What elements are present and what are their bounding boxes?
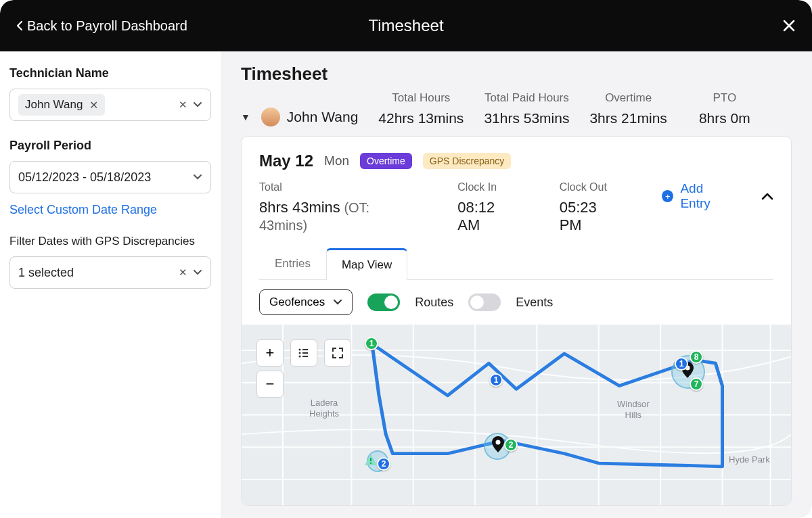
- routes-toggle[interactable]: [367, 293, 400, 311]
- day-clock-out: Clock Out 05:23 PM: [560, 181, 622, 234]
- marker-1b-blue[interactable]: 1: [675, 357, 688, 371]
- route-path: [372, 344, 723, 467]
- clear-icon[interactable]: ✕: [179, 266, 187, 279]
- stat-label: Overtime: [605, 91, 652, 105]
- filters-sidebar: Technician Name John Wang ✕ ✕ Payroll Pe…: [0, 51, 221, 518]
- back-button[interactable]: Back to Payroll Dashboard: [16, 18, 187, 34]
- summary-row: ▼ John Wang Total Hours 42hrs 13mins Tot…: [241, 91, 792, 126]
- close-icon: [782, 19, 796, 32]
- technician-name: John Wang: [287, 109, 358, 125]
- marker-2-blue[interactable]: 2: [377, 457, 390, 471]
- clock-in-label: Clock In: [457, 181, 518, 193]
- map-label-hyde: Hyde Park: [729, 454, 770, 465]
- stat-label: Total Paid Hours: [484, 91, 569, 105]
- day-total-label: Total: [259, 181, 417, 193]
- payroll-period-label: Payroll Period: [9, 139, 211, 153]
- add-entry-button[interactable]: + Add Entry: [662, 181, 773, 211]
- map-controls: + −: [256, 339, 351, 398]
- stat-pto: PTO 8hrs 0m: [687, 91, 762, 126]
- avatar: [261, 108, 280, 126]
- marker-8-green[interactable]: 8: [690, 350, 703, 364]
- technician-chip: John Wang ✕: [18, 94, 105, 116]
- plus-circle-icon: +: [662, 190, 673, 202]
- close-button[interactable]: [782, 19, 796, 32]
- main-title: Timesheet: [241, 64, 792, 85]
- chip-remove-icon[interactable]: ✕: [89, 99, 98, 112]
- day-date: May 12: [259, 151, 313, 170]
- stat-value: 3hrs 21mins: [589, 110, 667, 126]
- svg-point-0: [299, 349, 301, 351]
- warning-icon: [365, 454, 377, 465]
- gps-filter-label: Filter Dates with GPS Discrepancies: [9, 235, 211, 248]
- technician-summary[interactable]: ▼ John Wang: [241, 108, 358, 126]
- svg-point-7: [496, 440, 501, 445]
- day-clock-in: Clock In 08:12 AM: [457, 181, 518, 234]
- stat-label: Total Hours: [392, 91, 450, 105]
- chevron-up-icon: [761, 192, 773, 200]
- svg-rect-9: [370, 463, 371, 464]
- stat-value: 42hrs 13mins: [378, 110, 464, 126]
- day-tabs: Entries Map View: [259, 248, 773, 280]
- day-total: Total 8hrs 43mins (OT: 43mins): [259, 181, 417, 234]
- clock-out-value: 05:23 PM: [560, 199, 622, 234]
- geofences-label: Geofences: [269, 296, 325, 309]
- svg-rect-1: [302, 349, 308, 350]
- expand-icon: [331, 346, 344, 360]
- map-toolbar: Geofences Routes Events: [242, 280, 791, 325]
- back-label: Back to Payroll Dashboard: [27, 18, 187, 34]
- pin-icon: [492, 436, 504, 452]
- chevron-down-icon: [333, 299, 342, 306]
- gps-discrepancy-badge: GPS Discrepancy: [423, 153, 511, 169]
- stat-total-hours: Total Hours 42hrs 13mins: [378, 91, 464, 126]
- chevron-left-icon: [16, 20, 23, 31]
- clock-out-label: Clock Out: [560, 181, 622, 193]
- svg-rect-8: [370, 458, 371, 461]
- main-content: Timesheet ▼ John Wang Total Hours 42hrs …: [221, 51, 812, 518]
- payroll-period-value: 05/12/2023 - 05/18/2023: [18, 170, 151, 185]
- marker-2-green[interactable]: 2: [504, 438, 518, 452]
- collapse-button[interactable]: [761, 192, 773, 200]
- map-view[interactable]: Ladera Heights Windsor Hills Hyde Park +…: [242, 325, 791, 505]
- stat-overtime: Overtime 3hrs 21mins: [589, 91, 667, 126]
- caret-down-icon[interactable]: ▼: [241, 112, 250, 122]
- stat-label: PTO: [713, 91, 737, 105]
- technician-chip-label: John Wang: [25, 98, 83, 112]
- marker-7-green[interactable]: 7: [690, 377, 703, 391]
- chevron-down-icon[interactable]: [193, 101, 202, 108]
- legend-button[interactable]: [290, 339, 317, 367]
- chevron-down-icon[interactable]: [193, 269, 202, 276]
- svg-rect-3: [302, 352, 308, 354]
- fullscreen-button[interactable]: [324, 339, 351, 367]
- stat-paid-hours: Total Paid Hours 31hrs 53mins: [484, 91, 569, 126]
- routes-label: Routes: [415, 296, 453, 310]
- list-icon: [297, 346, 311, 360]
- day-of-week: Mon: [324, 154, 349, 168]
- svg-rect-5: [302, 356, 308, 357]
- chevron-down-icon[interactable]: [193, 174, 202, 181]
- stat-value: 31hrs 53mins: [484, 110, 569, 126]
- technician-name-label: Technician Name: [9, 66, 211, 80]
- svg-point-2: [299, 352, 301, 354]
- geofences-dropdown[interactable]: Geofences: [259, 289, 353, 315]
- events-toggle[interactable]: [468, 293, 501, 311]
- zoom-in-button[interactable]: +: [256, 339, 284, 367]
- zoom-out-button[interactable]: −: [256, 371, 284, 398]
- page-title: Timesheet: [368, 16, 443, 35]
- clock-in-value: 08:12 AM: [457, 199, 518, 234]
- app-header: Back to Payroll Dashboard Timesheet: [0, 0, 812, 51]
- events-label: Events: [516, 296, 553, 310]
- tab-entries[interactable]: Entries: [259, 248, 326, 280]
- custom-date-range-link[interactable]: Select Custom Date Range: [9, 203, 157, 216]
- marker-1-green[interactable]: 1: [365, 337, 378, 350]
- payroll-period-select[interactable]: 05/12/2023 - 05/18/2023: [9, 161, 211, 193]
- clear-icon[interactable]: ✕: [179, 99, 187, 111]
- svg-point-4: [299, 356, 301, 358]
- tab-map-view[interactable]: Map View: [326, 248, 407, 280]
- gps-filter-select[interactable]: 1 selected ✕: [9, 256, 211, 289]
- map-label-ladera: Ladera Heights: [309, 398, 339, 419]
- map-label-windsor: Windsor Hills: [617, 399, 650, 420]
- marker-1-blue[interactable]: 1: [489, 373, 503, 387]
- stat-value: 8hrs 0m: [699, 110, 750, 126]
- technician-select[interactable]: John Wang ✕ ✕: [9, 89, 211, 121]
- add-entry-label: Add Entry: [680, 181, 734, 211]
